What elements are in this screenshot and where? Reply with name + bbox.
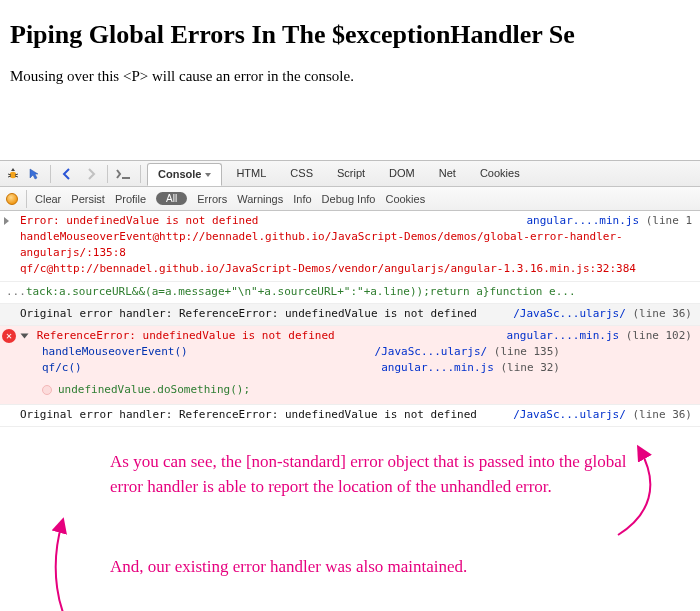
source-line: (line 36) <box>632 408 692 421</box>
tab-script[interactable]: Script <box>327 163 375 184</box>
source-line: (line 32) <box>500 361 560 374</box>
stack-frame[interactable]: angular....min.js (line 32) qf/c() <box>20 360 694 376</box>
console-error[interactable]: angular....min.js (line 1 Error: undefin… <box>0 211 700 282</box>
nav-forward-icon[interactable] <box>81 164 101 184</box>
firebug-icon[interactable] <box>6 167 20 181</box>
toolbar-separator <box>26 190 27 208</box>
log-text: Original error handler: ReferenceError: … <box>20 408 477 421</box>
annotation-text-2: And, our existing error handler was also… <box>110 555 630 580</box>
breakpoint-dot-icon <box>42 385 52 395</box>
disclosure-triangle-icon[interactable] <box>4 217 9 225</box>
error-message: ReferenceError: undefinedValue is not de… <box>37 329 335 342</box>
source-link[interactable]: /JavaSc...ularjs/ <box>513 408 626 421</box>
tab-console[interactable]: Console <box>147 163 222 186</box>
console-log[interactable]: /JavaSc...ularjs/ (line 36) Original err… <box>0 304 700 326</box>
clear-button[interactable]: Clear <box>35 193 61 205</box>
source-line: (line 135) <box>494 345 560 358</box>
filter-debug-info[interactable]: Debug Info <box>322 193 376 205</box>
profile-button[interactable]: Profile <box>115 193 146 205</box>
stack-frame-fn: qf/c() <box>42 361 82 374</box>
source-link[interactable]: angular....min.js <box>381 361 494 374</box>
error-stack-line: handleMouseoverEvent@http://bennadel.git… <box>20 229 694 261</box>
nav-back-icon[interactable] <box>57 164 77 184</box>
break-on-error-icon[interactable] <box>6 193 18 205</box>
filter-warnings[interactable]: Warnings <box>237 193 283 205</box>
disclosure-triangle-icon[interactable] <box>21 334 29 339</box>
persist-toggle[interactable]: Persist <box>71 193 105 205</box>
source-line: (line 102) <box>626 329 692 342</box>
devtools-toolbar: Console HTML CSS Script DOM Net Cookies <box>0 161 700 187</box>
toolbar-separator <box>50 165 51 183</box>
log-text: Original error handler: ReferenceError: … <box>20 307 477 320</box>
console-filter-bar: Clear Persist Profile All Errors Warning… <box>0 187 700 211</box>
tab-html[interactable]: HTML <box>226 163 276 184</box>
console-stack-continuation: ...tack:a.sourceURL&&(a=a.message+"\n"+a… <box>0 282 700 304</box>
tab-cookies[interactable]: Cookies <box>470 163 530 184</box>
source-link[interactable]: /JavaSc...ularjs/ <box>375 345 488 358</box>
error-icon: ✕ <box>2 329 16 343</box>
filter-errors[interactable]: Errors <box>197 193 227 205</box>
console-log[interactable]: /JavaSc...ularjs/ (line 36) Original err… <box>0 405 700 427</box>
ellipsis: ... <box>6 285 26 298</box>
console-output: angular....min.js (line 1 Error: undefin… <box>0 211 700 427</box>
filter-all[interactable]: All <box>156 192 187 205</box>
stack-frame-fn: handleMouseoverEvent() <box>42 345 188 358</box>
error-expression: undefinedValue.doSomething(); <box>20 382 694 398</box>
tab-dom[interactable]: DOM <box>379 163 425 184</box>
source-line: (line 1 <box>646 214 692 227</box>
source-link[interactable]: angular....min.js <box>526 214 639 227</box>
inspect-icon[interactable] <box>24 164 44 184</box>
error-stack-line: qf/c@http://bennadel.github.io/JavaScrip… <box>20 261 694 277</box>
page-title: Piping Global Errors In The $exceptionHa… <box>0 0 700 68</box>
devtools-panel: Console HTML CSS Script DOM Net Cookies … <box>0 160 700 611</box>
stack-code: tack:a.sourceURL&&(a=a.message+"\n"+a.so… <box>26 285 576 298</box>
toolbar-separator <box>107 165 108 183</box>
tab-css[interactable]: CSS <box>280 163 323 184</box>
source-link[interactable]: angular....min.js <box>507 329 620 342</box>
command-line-icon[interactable] <box>114 164 134 184</box>
annotation-text-1: As you can see, the [non-standard] error… <box>110 450 630 499</box>
source-line: (line 36) <box>632 307 692 320</box>
filter-info[interactable]: Info <box>293 193 311 205</box>
tab-net[interactable]: Net <box>429 163 466 184</box>
filter-cookies[interactable]: Cookies <box>385 193 425 205</box>
page-subtitle: Mousing over this <P> will cause an erro… <box>0 68 700 85</box>
stack-frame[interactable]: /JavaSc...ularjs/ (line 135) handleMouse… <box>20 344 694 360</box>
console-error-expanded[interactable]: ✕ angular....min.js (line 102) Reference… <box>0 326 700 405</box>
source-link[interactable]: /JavaSc...ularjs/ <box>513 307 626 320</box>
toolbar-separator <box>140 165 141 183</box>
